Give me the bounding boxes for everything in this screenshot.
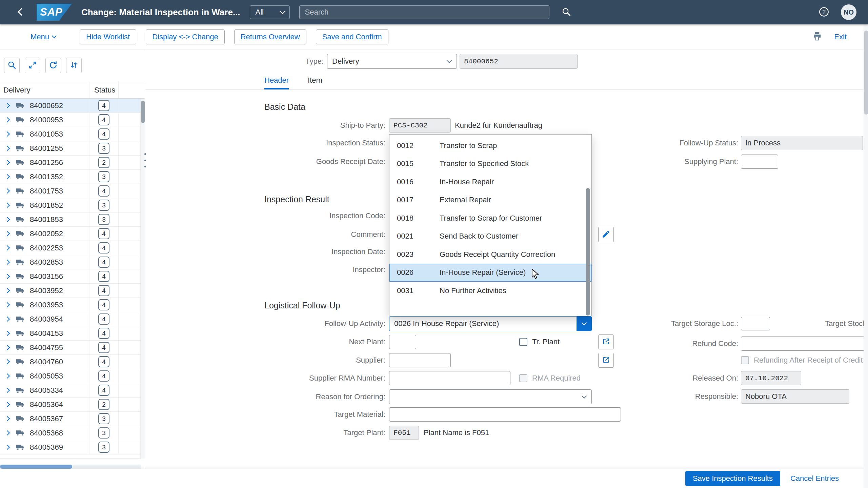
target-storage-loc-field[interactable] (741, 317, 770, 330)
supplying-plant-field[interactable] (741, 155, 778, 169)
worklist-horizontal-scrollbar[interactable] (0, 465, 141, 469)
expand-chevron-icon[interactable] (5, 245, 10, 251)
dropdown-item-0031[interactable]: 0031No Further Activities (389, 282, 591, 300)
expand-chevron-icon[interactable] (5, 317, 10, 322)
toolbar-button-display-change[interactable]: Display <-> Change (146, 29, 224, 44)
worklist-expand-button[interactable] (25, 58, 40, 73)
expand-chevron-icon[interactable] (5, 188, 10, 194)
supplier-field[interactable] (389, 353, 451, 367)
worklist-row[interactable]: 840053673 (0, 412, 141, 426)
target-material-field[interactable] (389, 407, 621, 422)
expand-chevron-icon[interactable] (5, 217, 10, 222)
user-avatar[interactable]: NO (841, 4, 856, 20)
worklist-row[interactable]: 840020524 (0, 227, 141, 241)
released-on-field[interactable]: 07.10.2022 (741, 371, 801, 385)
worklist-row[interactable]: 840010534 (0, 127, 141, 141)
dropdown-scrollbar[interactable] (586, 188, 590, 316)
worklist-row[interactable]: 840053344 (0, 383, 141, 398)
column-header-status[interactable]: Status (89, 82, 119, 98)
follow-up-status-field[interactable]: In Process (741, 136, 863, 150)
worklist-row[interactable]: 840017534 (0, 184, 141, 198)
supplier-value-help-button[interactable] (598, 353, 614, 368)
expand-chevron-icon[interactable] (5, 302, 10, 308)
dropdown-item-0023[interactable]: 0023Goods Receipt Quantity Correction (389, 245, 591, 264)
reason-for-ordering-combobox[interactable] (389, 389, 592, 404)
worklist-row[interactable]: 840006524 (0, 99, 141, 113)
expand-chevron-icon[interactable] (5, 260, 10, 265)
target-plant-field[interactable]: F051 (389, 426, 419, 440)
exit-button[interactable]: Exit (834, 33, 847, 41)
worklist-row[interactable]: 840050534 (0, 369, 141, 383)
worklist-vertical-scrollbar[interactable] (140, 99, 145, 459)
expand-chevron-icon[interactable] (5, 373, 10, 379)
worklist-sort-button[interactable] (66, 58, 82, 73)
expand-chevron-icon[interactable] (5, 117, 10, 123)
expand-chevron-icon[interactable] (5, 231, 10, 237)
next-plant-field[interactable] (389, 335, 416, 349)
sap-logo[interactable]: SAP (37, 4, 72, 21)
expand-chevron-icon[interactable] (5, 146, 10, 151)
toolbar-button-hide-worklist[interactable]: Hide Worklist (80, 29, 136, 44)
column-header-delivery[interactable]: Delivery (0, 82, 89, 98)
expand-chevron-icon[interactable] (5, 359, 10, 365)
print-button[interactable] (810, 29, 825, 44)
worklist-row[interactable]: 840012562 (0, 156, 141, 170)
worklist-row[interactable]: 840047604 (0, 355, 141, 369)
save-inspection-results-button[interactable]: Save Inspection Results (685, 471, 780, 486)
toolbar-button-save-and-confirm[interactable]: Save and Confirm (316, 29, 388, 44)
worklist-row[interactable]: 840053683 (0, 426, 141, 440)
tr-plant-checkbox[interactable] (519, 338, 527, 346)
worklist-row[interactable]: 840053693 (0, 440, 141, 454)
worklist-row[interactable]: 840013523 (0, 170, 141, 184)
expand-chevron-icon[interactable] (5, 416, 10, 422)
dropdown-item-0012[interactable]: 0012Transfer to Scrap (389, 137, 591, 155)
tab-item[interactable]: Item (308, 71, 322, 89)
dropdown-item-0017[interactable]: 0017External Repair (389, 191, 591, 209)
expand-chevron-icon[interactable] (5, 402, 10, 407)
worklist-row[interactable]: 840012553 (0, 141, 141, 156)
expand-chevron-icon[interactable] (5, 445, 10, 450)
expand-chevron-icon[interactable] (5, 174, 10, 180)
worklist-row[interactable]: 840053642 (0, 398, 141, 412)
worklist-search-button[interactable] (4, 58, 20, 73)
expand-chevron-icon[interactable] (5, 274, 10, 279)
splitter-handle[interactable] (143, 153, 147, 167)
worklist-row[interactable]: 840018533 (0, 212, 141, 227)
cancel-entries-button[interactable]: Cancel Entries (790, 474, 839, 483)
scrollbar-thumb[interactable] (0, 465, 72, 469)
scrollbar-thumb[interactable] (864, 30, 868, 115)
worklist-row[interactable]: 840041534 (0, 326, 141, 341)
edit-comment-button[interactable] (598, 227, 614, 242)
dropdown-item-0021[interactable]: 0021Send Back to Customer (389, 227, 591, 246)
worklist-row[interactable]: 840039544 (0, 312, 141, 326)
follow-up-activity-combobox[interactable]: 0026 In-House Repair (Service) (389, 316, 592, 331)
dropdown-item-0026[interactable]: 0026In-House Repair (Service) (389, 264, 591, 282)
supplier-rma-number-field[interactable] (389, 371, 510, 385)
back-button[interactable] (14, 5, 27, 19)
tab-header[interactable]: Header (264, 71, 289, 89)
worklist-row[interactable]: 840018523 (0, 198, 141, 212)
expand-chevron-icon[interactable] (5, 103, 10, 108)
document-number-field[interactable]: 84000652 (460, 54, 578, 69)
worklist-row[interactable]: 840028534 (0, 255, 141, 269)
combobox-arrow-button[interactable] (577, 317, 591, 331)
scrollbar-thumb[interactable] (141, 101, 145, 123)
toolbar-button-returns-overview[interactable]: Returns Overview (234, 29, 306, 44)
worklist-row[interactable]: 840009534 (0, 113, 141, 127)
dropdown-item-0016[interactable]: 0016In-House Repair (389, 173, 591, 191)
page-scrollbar[interactable] (864, 24, 868, 488)
worklist-refresh-button[interactable] (45, 58, 61, 73)
worklist-row[interactable]: 840039524 (0, 284, 141, 298)
search-scope-select[interactable]: All (250, 5, 290, 19)
expand-chevron-icon[interactable] (5, 203, 10, 208)
worklist-row[interactable]: 840031564 (0, 269, 141, 284)
expand-chevron-icon[interactable] (5, 160, 10, 165)
ship-to-party-field[interactable]: PCS-C302 (389, 118, 451, 133)
search-button[interactable] (559, 5, 574, 20)
type-select[interactable]: Delivery (327, 54, 457, 69)
worklist-row[interactable]: 840047554 (0, 341, 141, 355)
expand-chevron-icon[interactable] (5, 388, 10, 393)
expand-chevron-icon[interactable] (5, 345, 10, 350)
expand-chevron-icon[interactable] (5, 331, 10, 336)
expand-chevron-icon[interactable] (5, 131, 10, 137)
